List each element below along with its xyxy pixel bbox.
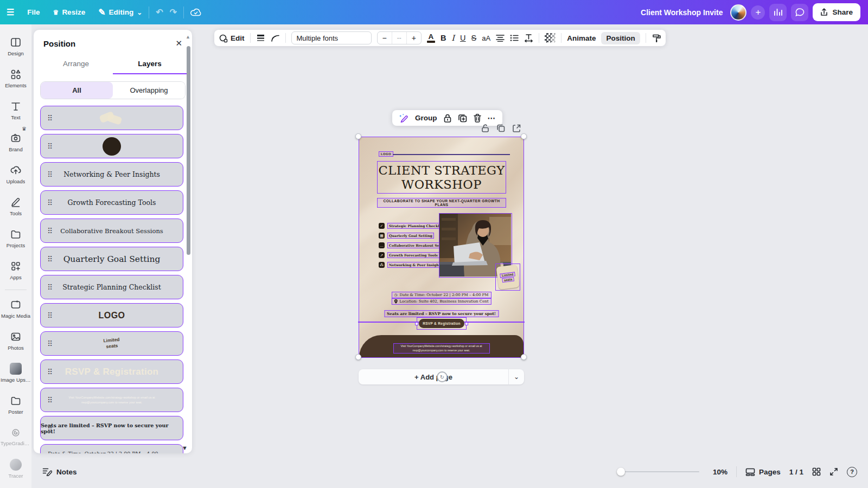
underline-button[interactable]: U [460, 34, 465, 42]
text-color-button[interactable]: A [427, 33, 435, 43]
scrollbar-up-arrow[interactable]: ▲ [186, 34, 190, 40]
drag-handle-icon[interactable]: ⠿ [47, 425, 53, 432]
layer-strategic[interactable]: ⠿ Strategic Planning Checklist [40, 275, 183, 299]
panel-scrollbar[interactable] [187, 46, 190, 255]
drag-handle-icon[interactable]: ⠿ [47, 114, 53, 122]
drag-handle-icon[interactable]: ⠿ [47, 143, 53, 150]
sidebar-item-photos[interactable]: Photos [0, 325, 31, 356]
magic-edit-icon[interactable] [399, 113, 409, 123]
layer-networking[interactable]: ⠿ Networking & Peer Insights [40, 162, 183, 187]
help-button[interactable]: ? [847, 467, 857, 477]
rsvp-button[interactable]: RSVP & Registration [419, 319, 464, 328]
layer-date-time[interactable]: ⠿ ◷ Date & Time: October 22 | 2:00 PM – … [40, 444, 183, 453]
copy-style-roller-icon[interactable] [652, 34, 661, 43]
sidebar-item-uploads[interactable]: Uploads [0, 159, 31, 189]
layer-quarterly[interactable]: ⠿ Quarterly Goal Setting [40, 247, 183, 271]
drag-handle-icon[interactable]: ⠿ [47, 227, 53, 235]
resize-handle[interactable] [465, 322, 468, 325]
sidebar-item-tracer[interactable]: Tracer [0, 453, 31, 484]
sidebar-item-poster[interactable]: Poster [0, 389, 31, 420]
more-options-icon[interactable]: ⋯ [488, 114, 496, 123]
line-curve-icon[interactable] [271, 34, 280, 42]
zoom-level[interactable]: 10% [708, 468, 727, 476]
layer-collaborative[interactable]: ⠿ Collaborative Breakout Sessions [40, 219, 183, 243]
layer-handshake-graphic[interactable]: ⠿ [40, 106, 183, 130]
group-button[interactable]: Group [415, 114, 437, 122]
sidebar-item-apps[interactable]: Apps [0, 255, 31, 285]
comments-button[interactable] [791, 4, 808, 21]
sidebar-item-design[interactable]: Design [0, 31, 31, 61]
cloud-save-status[interactable] [184, 0, 208, 24]
pages-button[interactable]: Pages [745, 468, 781, 476]
sidebar-item-elements[interactable]: Elements [0, 63, 31, 93]
poster-title[interactable]: CLIENT STRATEGY WORKSHOP [377, 161, 506, 194]
redo-button[interactable]: ↷ [170, 0, 183, 24]
share-button[interactable]: Share [813, 3, 860, 21]
italic-button[interactable]: I [451, 34, 455, 42]
zoom-slider[interactable] [618, 471, 699, 473]
move-to-page-icon[interactable] [512, 124, 521, 133]
grid-view-button[interactable] [812, 467, 821, 476]
fullscreen-button[interactable] [829, 467, 838, 476]
rsvp-button-selection[interactable]: RSVP & Registration [417, 317, 467, 330]
sidebar-item-typegradient[interactable]: TypeGradie... [0, 421, 31, 452]
layer-circle-shape[interactable]: ⠿ [40, 134, 183, 158]
strikethrough-button[interactable]: S [471, 34, 477, 42]
avatar[interactable] [730, 4, 746, 21]
sidebar-item-brand[interactable]: ♛ Brand [0, 127, 31, 157]
filter-all[interactable]: All [41, 82, 113, 99]
text-case-button[interactable]: aA [482, 34, 490, 42]
insights-button[interactable] [769, 4, 787, 21]
stroke-weight-icon[interactable] [256, 34, 265, 42]
scroll-down-icon[interactable]: ▼ [182, 445, 188, 451]
font-size-increase[interactable]: + [407, 34, 421, 42]
duplicate-page-icon[interactable] [496, 124, 506, 133]
drag-handle-icon[interactable]: ⠿ [47, 199, 53, 207]
poster-date-time[interactable]: ◷ Date & Time: October 22 | 2:00 PM – 4:… [392, 292, 492, 298]
zoom-slider-knob[interactable] [617, 468, 625, 476]
editing-mode-dropdown[interactable]: ✎ Editing ⌄ [92, 0, 149, 24]
text-spacing-icon[interactable] [524, 34, 533, 42]
unlock-icon[interactable] [481, 124, 490, 133]
poster-location[interactable]: Location: Suite 402, Business Innovation… [391, 298, 491, 305]
add-page-button[interactable]: + Add page [359, 369, 509, 384]
font-size-value[interactable]: -- [392, 32, 407, 44]
bold-button[interactable]: B [441, 34, 446, 42]
tab-arrange[interactable]: Arrange [39, 55, 113, 74]
resize-button[interactable]: ♛ Resize [47, 0, 92, 24]
drag-handle-icon[interactable]: ⠿ [47, 453, 53, 454]
sidebar-item-image-upscaler[interactable]: Image Upsc... [0, 357, 31, 388]
close-icon[interactable]: ✕ [175, 38, 182, 48]
invite-member-button[interactable]: + [751, 5, 765, 20]
drag-handle-icon[interactable]: ⠿ [47, 312, 53, 319]
poster-seats-limited[interactable]: Seats are limited – RSVP now to secure y… [384, 310, 499, 317]
sidebar-item-magic-media[interactable]: Magic Media [0, 293, 31, 324]
poster-subtitle[interactable]: COLLABORATE TO SHAPE YOUR NEXT-QUARTER G… [377, 198, 506, 208]
sidebar-item-tools[interactable]: Tools [0, 191, 31, 221]
layer-rsvp-registration[interactable]: ⠿ RSVP & Registration [40, 359, 183, 384]
header-line[interactable] [393, 154, 510, 155]
layer-limited-seats[interactable]: ⠿ Limited seats [40, 331, 183, 356]
drag-handle-icon[interactable]: ⠿ [47, 340, 53, 348]
drag-handle-icon[interactable]: ⠿ [47, 396, 53, 404]
font-family-dropdown[interactable]: Multiple fonts [291, 31, 372, 44]
tab-layers[interactable]: Layers [113, 55, 187, 74]
font-size-decrease[interactable]: − [378, 34, 392, 42]
layer-logo[interactable]: ⠿ LOGO [40, 303, 183, 328]
file-menu[interactable]: File [21, 0, 46, 24]
drag-handle-icon[interactable]: ⠿ [47, 284, 53, 291]
selection-handle-top-left[interactable] [355, 133, 361, 139]
design-canvas[interactable]: LOGO CLIENT STRATEGY WORKSHOP COLLABORAT… [359, 137, 524, 358]
sidebar-item-projects[interactable]: Projects [0, 223, 31, 253]
edit-button[interactable]: Edit [219, 34, 245, 43]
drag-handle-icon[interactable]: ⠿ [47, 171, 53, 178]
layer-seats-limited[interactable]: ⠿ Seats are limited – RSVP now to secure… [40, 416, 183, 440]
main-menu-button[interactable]: ☰ [0, 0, 21, 24]
transparency-button[interactable] [545, 33, 556, 43]
sidebar-item-text[interactable]: Text [0, 95, 31, 125]
add-page-dropdown[interactable]: ⌄ [509, 369, 524, 384]
layer-website-text[interactable]: ⠿ Visit YourCompanyWebsite.com/strategy-… [40, 388, 183, 412]
limited-seats-sticker[interactable]: Limited seats [495, 264, 520, 291]
duplicate-icon[interactable] [458, 113, 467, 123]
document-title[interactable]: Client Workshop Invite [641, 8, 723, 17]
